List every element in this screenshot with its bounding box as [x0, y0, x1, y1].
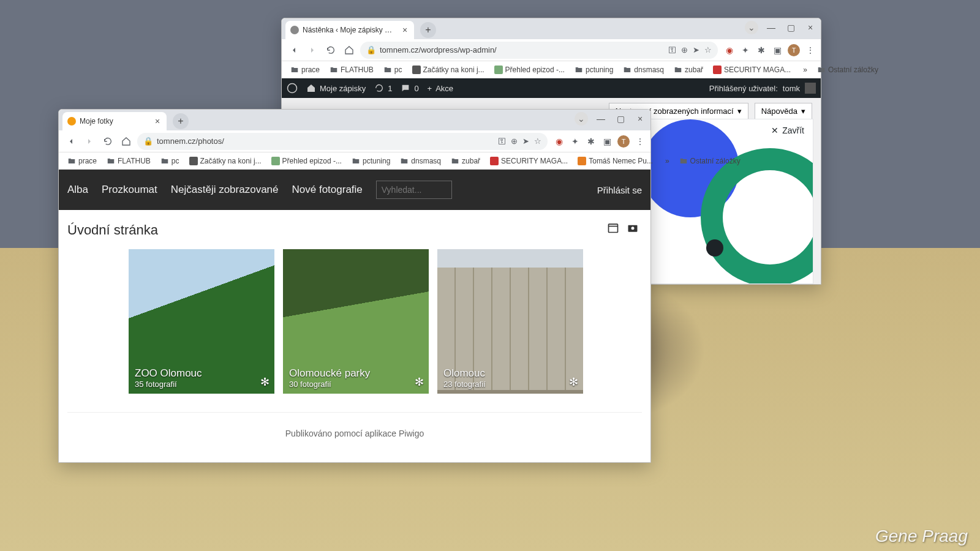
bookmark-item[interactable]: Přehled epizod -...: [268, 156, 345, 167]
address-bar[interactable]: 🔒 tomnem.cz/photos/ ⚿ ⊕ ➤ ☆: [137, 133, 548, 150]
album-card[interactable]: Olomoucké parky 30 fotografií ✻: [283, 249, 429, 394]
bookmark-folder[interactable]: dnsmasq: [396, 156, 445, 167]
bookmark-folder[interactable]: zubař: [670, 64, 707, 75]
bookmark-item[interactable]: SECURITY MAGA...: [709, 64, 794, 75]
svg-point-0: [288, 84, 297, 93]
zoom-icon[interactable]: ⊕: [511, 137, 518, 146]
wp-comments[interactable]: 0: [401, 83, 418, 93]
key-icon[interactable]: ⚿: [498, 137, 506, 146]
close-button[interactable]: ×: [804, 21, 817, 34]
chrome-profile-icon[interactable]: ⌄: [575, 112, 588, 126]
browser-tab[interactable]: Nástěnka ‹ Moje zápisky — W ×: [285, 21, 414, 39]
send-icon[interactable]: ➤: [522, 137, 529, 146]
bookmark-item[interactable]: Přehled epizod -...: [491, 64, 568, 75]
calendar-icon[interactable]: [606, 221, 620, 234]
key-icon[interactable]: ⚿: [668, 45, 676, 54]
star-icon: ✻: [569, 375, 578, 389]
wp-logo-icon[interactable]: [287, 83, 298, 94]
profile-avatar[interactable]: T: [617, 135, 630, 148]
album-card[interactable]: ZOO Olomouc 35 fotografií ✻: [129, 249, 274, 394]
piwigo-footer: Publikováno pomocí aplikace Piwigo: [67, 412, 642, 446]
address-bar[interactable]: 🔒 tomnem.cz/wordpress/wp-admin/ ⚿ ⊕ ➤ ☆: [360, 42, 718, 59]
bookmark-folder[interactable]: pctuning: [348, 156, 394, 167]
kebab-menu-icon[interactable]: ⋮: [635, 136, 646, 147]
decorative-blobs-icon: [629, 119, 813, 284]
bookmark-folder[interactable]: zubař: [447, 156, 484, 167]
nav-new-photos[interactable]: Nové fotografie: [292, 184, 363, 196]
home-button[interactable]: [342, 43, 356, 58]
back-button[interactable]: [287, 43, 301, 58]
extensions-menu-icon[interactable]: ✱: [756, 45, 767, 56]
url-text: tomnem.cz/photos/: [157, 137, 224, 146]
svg-point-2: [712, 159, 813, 276]
bookmark-folder[interactable]: FLATHUB: [326, 64, 377, 75]
album-card[interactable]: Olomouc 23 fotografií ✻: [437, 249, 583, 394]
bookmark-folder[interactable]: prace: [64, 156, 100, 167]
reload-button[interactable]: [100, 134, 115, 149]
extensions-menu-icon[interactable]: ✱: [586, 136, 597, 147]
window-controls: ⌄ — ▢ ×: [745, 21, 817, 34]
bookmarks-overflow[interactable]: »: [662, 156, 673, 167]
extension-icon[interactable]: ✦: [570, 136, 581, 147]
nav-most-viewed[interactable]: Nejčastěji zobrazované: [171, 184, 279, 196]
bookmark-item[interactable]: Začátky na koni j...: [186, 156, 265, 167]
ublock-icon[interactable]: ◉: [554, 136, 565, 147]
url-text: tomnem.cz/wordpress/wp-admin/: [380, 45, 497, 54]
bookmark-item[interactable]: SECURITY MAGA...: [486, 156, 571, 167]
extension-icon[interactable]: ✦: [740, 45, 751, 56]
piwigo-icon: [67, 117, 76, 126]
search-input[interactable]: [376, 181, 452, 199]
close-button[interactable]: ×: [633, 112, 647, 126]
wp-site-link[interactable]: Moje zápisky: [306, 83, 366, 93]
piwigo-nav: Alba Prozkoumat Nejčastěji zobrazované N…: [59, 170, 650, 210]
bookmark-item[interactable]: Začátky na koni j...: [409, 64, 488, 75]
minimize-button[interactable]: —: [764, 21, 778, 34]
close-icon[interactable]: ×: [153, 117, 162, 126]
new-tab-button[interactable]: +: [420, 22, 436, 38]
chrome-profile-icon[interactable]: ⌄: [745, 21, 758, 34]
profile-avatar[interactable]: T: [788, 44, 800, 56]
bookmark-folder[interactable]: pc: [380, 64, 406, 75]
send-icon[interactable]: ➤: [693, 45, 699, 54]
star-icon[interactable]: ☆: [704, 45, 712, 54]
zoom-icon[interactable]: ⊕: [681, 45, 688, 54]
maximize-button[interactable]: ▢: [614, 112, 627, 126]
forward-button[interactable]: [82, 134, 97, 149]
star-icon[interactable]: ☆: [534, 137, 541, 146]
nav-albums[interactable]: Alba: [67, 184, 88, 196]
bookmark-folder[interactable]: prace: [287, 64, 323, 75]
svg-point-3: [706, 239, 723, 257]
home-button[interactable]: [119, 134, 134, 149]
browser-tab[interactable]: Moje fotky ×: [62, 112, 167, 130]
bookmark-folder[interactable]: dnsmasq: [619, 64, 668, 75]
sidepanel-icon[interactable]: ▣: [772, 45, 783, 56]
wp-new[interactable]: + Akce: [428, 84, 454, 93]
help-button[interactable]: Nápověda ▾: [755, 103, 812, 119]
back-button[interactable]: [64, 134, 78, 149]
album-title: ZOO Olomouc: [135, 367, 268, 380]
camera-icon[interactable]: [626, 221, 639, 234]
wp-updates[interactable]: 1: [374, 83, 392, 93]
bookmark-folder[interactable]: FLATHUB: [103, 156, 154, 167]
minimize-button[interactable]: —: [594, 112, 608, 126]
ublock-icon[interactable]: ◉: [724, 45, 735, 56]
login-link[interactable]: Přihlásit se: [597, 185, 642, 195]
kebab-menu-icon[interactable]: ⋮: [805, 45, 816, 56]
new-tab-button[interactable]: +: [173, 113, 189, 129]
maximize-button[interactable]: ▢: [784, 21, 797, 34]
bookmark-folder[interactable]: pc: [157, 156, 183, 167]
bookmarks-bar: prace FLATHUB pc Začátky na koni j... Př…: [282, 61, 821, 78]
forward-button[interactable]: [305, 43, 320, 58]
other-bookmarks[interactable]: Ostatní záložky: [676, 156, 744, 167]
sidepanel-icon[interactable]: ▣: [601, 136, 612, 147]
bookmark-item[interactable]: Tomáš Nemec Pu...: [574, 156, 657, 167]
reload-button[interactable]: [323, 43, 338, 58]
svg-point-6: [631, 227, 635, 230]
bookmark-folder[interactable]: pctuning: [571, 64, 617, 75]
star-icon: ✻: [415, 375, 424, 389]
bookmarks-overflow[interactable]: »: [799, 64, 811, 75]
other-bookmarks[interactable]: Ostatní záložky: [813, 64, 882, 75]
nav-explore[interactable]: Prozkoumat: [102, 184, 157, 196]
wp-user-menu[interactable]: Přihlášený uživatel: tomk: [709, 83, 816, 94]
close-icon[interactable]: ×: [401, 26, 409, 34]
